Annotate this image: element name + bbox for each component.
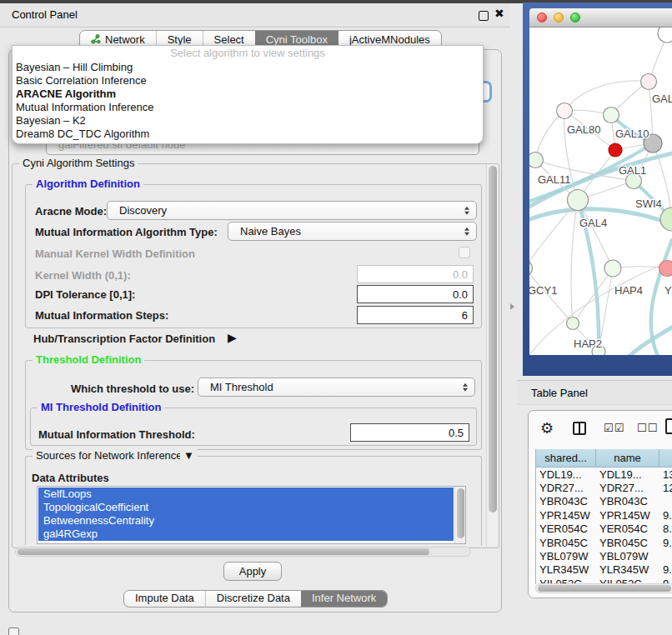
table-horizontal-scrollbar-thumb[interactable] <box>538 585 671 592</box>
cell-value: 8. <box>659 522 672 535</box>
network-window-titlebar[interactable] <box>529 8 672 28</box>
algorithm-option[interactable]: Basic Correlation Inference <box>13 74 483 88</box>
cell-name: YDR27... <box>596 482 659 494</box>
algorithm-option-selected[interactable]: ARACNE Algorithm <box>13 88 483 101</box>
table-row[interactable]: YPR145W YPR145W 9. <box>536 508 672 522</box>
collapsed-arrow-icon[interactable]: ▶ <box>228 331 237 344</box>
node-gal80[interactable] <box>557 103 573 119</box>
apply-button[interactable]: Apply <box>223 562 282 581</box>
node-gal11[interactable] <box>529 152 544 168</box>
close-icon[interactable]: ✖ <box>494 7 504 20</box>
manual-kernel-width-checkbox[interactable] <box>459 247 470 258</box>
table-row[interactable]: YBR043C YBR043C <box>536 495 672 508</box>
table-horizontal-scrollbar[interactable] <box>535 583 672 593</box>
mi-threshold-value: 0.5 <box>449 427 464 439</box>
cell-shared-name: YDR27... <box>536 482 596 494</box>
settings-horizontal-scrollbar-thumb[interactable] <box>18 548 429 555</box>
sources-group-title[interactable]: Sources for Network Inference <box>33 449 186 462</box>
window-zoom-button[interactable] <box>570 12 580 22</box>
cell-shared-name: YBR043C <box>536 495 596 508</box>
deselect-all-checkboxes-icon[interactable]: ☐☐ <box>637 422 658 434</box>
cell-name: YBL079W <box>596 550 659 562</box>
cell-name: YDL19... <box>596 468 659 481</box>
mi-steps-field[interactable]: 6 <box>357 306 474 324</box>
which-threshold-label: Which threshold to use: <box>71 382 194 395</box>
cell-shared-name: YDL19... <box>536 468 596 481</box>
columns-icon[interactable] <box>573 422 586 435</box>
algorithm-definition-title: Algorithm Definition <box>33 178 143 190</box>
file-icon[interactable] <box>665 418 672 434</box>
mi-algorithm-type-combo[interactable]: Naive Bayes <box>228 222 477 241</box>
mi-threshold-label: Mutual Information Threshold: <box>38 428 195 441</box>
expanded-arrow-icon[interactable]: ▼ <box>180 449 198 462</box>
list-vertical-scrollbar[interactable] <box>454 487 465 543</box>
network-graph: GAL GAL80 GAL10 GAL1 GAL11 SWI4 GAL4 GCY… <box>529 28 672 355</box>
list-item-selected[interactable]: gal4RGexp <box>38 528 454 541</box>
table-row[interactable]: YDL19... YDL19... 13 <box>536 468 672 481</box>
table-row[interactable]: YBL079W YBL079W <box>536 549 672 562</box>
table-row[interactable]: YER054C YER054C 8. <box>536 522 672 536</box>
list-item-selected[interactable]: SelfLoops <box>38 488 454 501</box>
minimized-panel-icon[interactable] <box>8 628 19 635</box>
algorithm-option[interactable]: Dream8 DC_TDC Algorithm <box>13 128 483 141</box>
hub-definition-label[interactable]: Hub/Transcription Factor Definition <box>33 332 215 345</box>
which-threshold-combo[interactable]: MI Threshold <box>198 378 475 397</box>
select-all-checkboxes-icon[interactable]: ☑☑ <box>604 422 624 434</box>
node-gal-partial[interactable] <box>641 74 657 90</box>
list-item-selected[interactable]: BetweennessCentrality <box>38 514 454 528</box>
window-close-button[interactable] <box>537 12 547 22</box>
mi-threshold-group-title: MI Threshold Definition <box>38 401 164 413</box>
dpi-tolerance-label: DPI Tolerance [0,1]: <box>35 288 135 301</box>
window-minimize-button[interactable] <box>554 12 564 22</box>
table-body: YDL19... YDL19... 13 YDR27... YDR27... 1… <box>536 468 672 584</box>
cell-name: YER054C <box>596 522 659 535</box>
kernel-width-value: 0.0 <box>453 268 468 281</box>
node-salmon[interactable] <box>659 261 672 277</box>
aracne-mode-combo[interactable]: Discovery <box>107 201 477 220</box>
column-header[interactable]: shared... <box>536 449 596 467</box>
tab-jactivemnodules-label: jActiveMNodules <box>349 33 430 46</box>
node-gal4[interactable] <box>568 190 589 211</box>
node-gcy1[interactable] <box>529 261 533 277</box>
settings-horizontal-scrollbar[interactable] <box>15 547 471 557</box>
node-label: GAL11 <box>538 173 571 186</box>
table-panel-titlebar: Table Panel <box>517 380 672 405</box>
kernel-width-field[interactable]: 0.0 <box>357 265 474 283</box>
node-label: SWI4 <box>635 198 662 210</box>
tab-impute-data[interactable]: Impute Data <box>124 591 205 607</box>
network-view-window: GAL GAL80 GAL10 GAL1 GAL11 SWI4 GAL4 GCY… <box>523 2 672 376</box>
settings-vertical-scrollbar-thumb[interactable] <box>489 166 497 512</box>
tab-infer-network[interactable]: Infer Network <box>301 591 387 607</box>
algorithm-option[interactable]: Mutual Information Inference <box>13 101 483 114</box>
table-panel-body: ⚙ ☑☑ ☐☐ shared... name YDL19... YDL19...… <box>528 410 672 598</box>
cyni-algorithm-settings-title: Cyni Algorithm Settings <box>19 157 138 169</box>
panel-splitter-handle[interactable] <box>510 303 514 310</box>
column-header[interactable] <box>659 449 672 467</box>
node-gal10[interactable] <box>604 108 619 123</box>
table-row[interactable]: YDR27... YDR27... 12 <box>536 481 672 494</box>
node-hap2[interactable] <box>567 318 579 330</box>
node-big-green[interactable] <box>660 208 672 231</box>
table-row[interactable]: YBR045C YBR045C 9. <box>536 536 672 549</box>
node-unlabeled[interactable] <box>658 28 672 42</box>
cell-value: 13 <box>659 468 672 481</box>
settings-vertical-scrollbar[interactable] <box>486 164 498 546</box>
node-highlighted-red[interactable] <box>609 143 622 157</box>
control-panel-titlebar: Control Panel ✖ <box>0 3 510 28</box>
algorithm-option[interactable]: Bayesian – K2 <box>13 114 483 128</box>
algorithm-dropdown-popup: Select algorithm to view settings Bayesi… <box>12 45 484 144</box>
column-header[interactable]: name <box>596 449 659 467</box>
dpi-tolerance-field[interactable]: 0.0 <box>357 285 474 303</box>
list-item-selected[interactable]: TopologicalCoefficient <box>38 501 454 514</box>
network-canvas[interactable]: GAL GAL80 GAL10 GAL1 GAL11 SWI4 GAL4 GCY… <box>529 28 672 355</box>
tab-discretize-data[interactable]: Discretize Data <box>205 591 301 607</box>
gear-icon[interactable]: ⚙ <box>540 419 554 438</box>
list-vertical-scrollbar-thumb[interactable] <box>457 488 464 538</box>
mi-threshold-field[interactable]: 0.5 <box>350 423 469 442</box>
cell-shared-name: YBR045C <box>536 537 596 549</box>
table-row[interactable]: YLR345W YLR345W 9. <box>536 563 672 577</box>
algorithm-option[interactable]: Bayesian – Hill Climbing <box>13 61 483 74</box>
node-hap4[interactable] <box>604 260 621 277</box>
tab-select-label: Select <box>214 33 244 46</box>
float-icon[interactable] <box>479 11 489 21</box>
